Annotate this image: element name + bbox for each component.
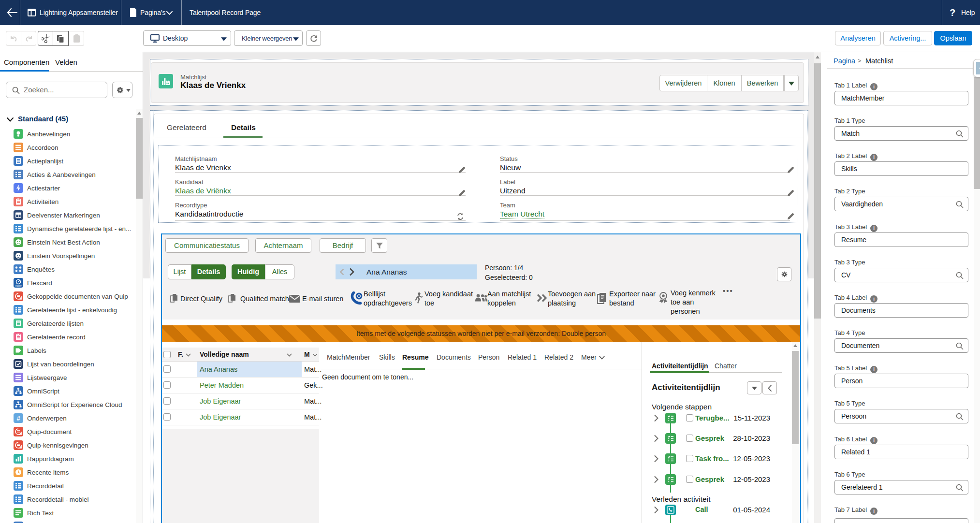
svg-text:#: #: [16, 415, 20, 422]
svg-text:Vlocity: Vlocity: [15, 285, 22, 287]
